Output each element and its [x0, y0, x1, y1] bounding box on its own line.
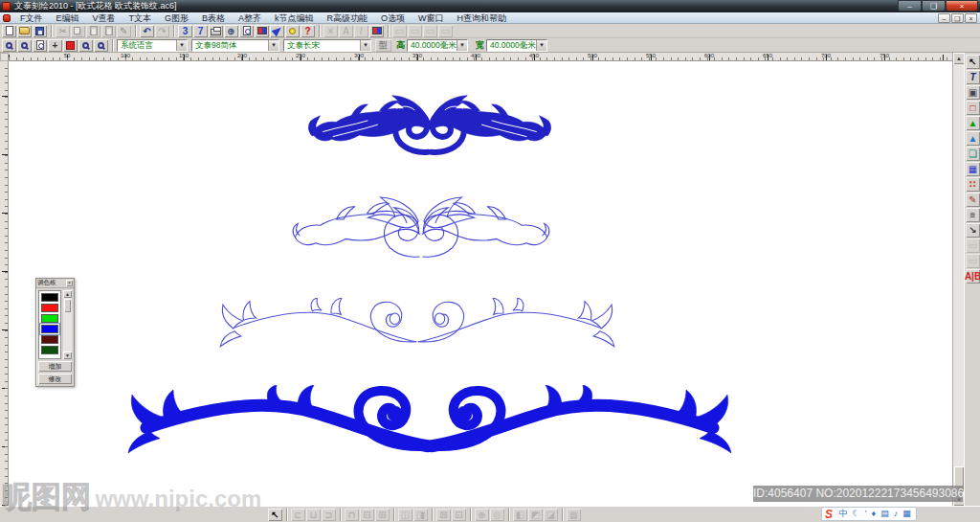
- language-combo[interactable]: 系统语言 ▼: [117, 39, 188, 52]
- mdi-minimize-button[interactable]: –: [938, 13, 950, 23]
- palette-color-4[interactable]: [41, 335, 58, 344]
- palette-color-1[interactable]: [41, 304, 58, 312]
- separator: [319, 25, 321, 37]
- text-icon: T: [969, 70, 975, 84]
- text-button[interactable]: T: [966, 70, 980, 84]
- output-button[interactable]: ⊕: [224, 25, 238, 37]
- shapes-button[interactable]: ▲: [966, 131, 980, 146]
- pan-button[interactable]: +: [48, 39, 62, 52]
- sogou-logo-icon[interactable]: S: [825, 508, 833, 521]
- chevron-down-icon[interactable]: ▼: [268, 40, 278, 51]
- help-button[interactable]: ?: [301, 25, 315, 37]
- ruler-label: 350: [412, 53, 422, 58]
- mirror-v-button: ⊡: [452, 509, 466, 521]
- minimize-button[interactable]: –: [898, 0, 922, 11]
- font-combo[interactable]: 文泰98简体 ▼: [191, 39, 279, 52]
- rectangle-button[interactable]: □: [966, 101, 980, 115]
- palette-scrollbar[interactable]: ▲ ▼: [63, 290, 72, 359]
- palette-color-5[interactable]: [41, 346, 58, 354]
- zoom-selected-button[interactable]: [78, 39, 93, 52]
- width-combo[interactable]: 40.0000毫米 ▼: [486, 39, 547, 52]
- menu-item-10[interactable]: W窗口: [412, 13, 451, 23]
- feather-button[interactable]: ✎: [966, 193, 980, 207]
- select-mode-button[interactable]: ↖: [268, 509, 282, 521]
- chevron-down-icon[interactable]: ▼: [176, 40, 187, 51]
- pen-button[interactable]: [270, 25, 284, 37]
- palette-add-button[interactable]: 增加: [38, 361, 72, 372]
- chinese-mode-icon[interactable]: 中: [839, 508, 848, 520]
- ornament-swirl-solid[interactable]: [123, 385, 736, 463]
- zoom-in-button[interactable]: [2, 39, 16, 52]
- ornament-baroque-outline[interactable]: [286, 191, 556, 271]
- save-button[interactable]: [33, 25, 47, 37]
- drawing-canvas[interactable]: [9, 61, 952, 506]
- height-combo[interactable]: 40.0000毫米 ▼: [407, 39, 468, 52]
- menu-item-7[interactable]: k节点编辑: [268, 13, 321, 23]
- mdi-close-button[interactable]: ×: [965, 13, 977, 23]
- new-button[interactable]: [2, 25, 16, 37]
- skin-icon[interactable]: ♪: [894, 508, 899, 520]
- open-button[interactable]: [17, 25, 32, 37]
- polygon-button[interactable]: ▲: [966, 116, 980, 130]
- node-fill-button[interactable]: [369, 25, 384, 37]
- palette-close-icon[interactable]: ×: [66, 280, 73, 286]
- chevron-down-icon[interactable]: ▼: [360, 40, 370, 51]
- pick-arrow-button[interactable]: ↘: [966, 223, 980, 238]
- palette-scroll-down-icon[interactable]: ▼: [63, 352, 72, 359]
- color-image-button[interactable]: [255, 25, 269, 37]
- menu-item-1[interactable]: E编辑: [50, 13, 86, 23]
- menu-item-4[interactable]: G图形: [158, 13, 195, 23]
- menu-item-3[interactable]: T文本: [122, 13, 159, 23]
- fullwidth-mode-icon[interactable]: ☾: [853, 508, 860, 520]
- tips-button[interactable]: [285, 25, 300, 37]
- menu-item-5[interactable]: B表格: [195, 13, 232, 23]
- palette-color-2[interactable]: [41, 314, 58, 323]
- mdi-restore-button[interactable]: ❑: [951, 13, 964, 23]
- print-button[interactable]: [209, 25, 223, 37]
- select-button[interactable]: ↖: [966, 55, 980, 69]
- table-button[interactable]: ▦: [966, 162, 980, 176]
- punctuation-mode-icon[interactable]: ’: [865, 508, 867, 520]
- chevron-down-icon[interactable]: ▼: [457, 40, 467, 51]
- kerning-ab-button[interactable]: A|B: [966, 269, 980, 284]
- vector-tool-button[interactable]: 3: [178, 25, 192, 37]
- fill-red-button[interactable]: [63, 39, 78, 52]
- zoom-page-button[interactable]: [33, 39, 47, 52]
- align-bottom-button: ⊞: [375, 509, 390, 521]
- menu-item-0[interactable]: F文件: [13, 13, 50, 23]
- print-preview-button[interactable]: [239, 25, 254, 37]
- palette-title-bar[interactable]: 调色板 ×: [36, 279, 74, 288]
- ruler-label: 700: [821, 53, 831, 58]
- align-middle-icon: ⊟: [363, 509, 370, 521]
- palette-edit-button[interactable]: 修改: [38, 374, 72, 384]
- font-style-combo[interactable]: 文泰长宋 ▼: [283, 39, 371, 52]
- vertical-scrollbar[interactable]: ▲ ▼: [952, 53, 964, 506]
- chevron-down-icon[interactable]: ▼: [536, 40, 546, 51]
- menu-item-8[interactable]: R高级功能: [321, 13, 375, 23]
- ornament-swirl-outline[interactable]: [217, 298, 617, 353]
- close-button[interactable]: ×: [946, 0, 978, 11]
- menu-item-2[interactable]: V查看: [86, 13, 122, 23]
- zoom-all-button[interactable]: [94, 39, 108, 52]
- fill-tool-button[interactable]: ❏: [966, 147, 980, 161]
- menu-item-9[interactable]: O选项: [374, 13, 412, 23]
- palette-color-3[interactable]: [41, 325, 58, 333]
- menu-item-6[interactable]: A整齐: [232, 13, 268, 23]
- undo-button[interactable]: ↶: [140, 25, 154, 37]
- palette-scroll-thumb[interactable]: [64, 299, 71, 312]
- soft-keyboard-icon[interactable]: ▤: [880, 508, 889, 520]
- palette-color-0[interactable]: [41, 293, 58, 302]
- voice-input-icon[interactable]: ♦: [872, 508, 877, 520]
- maximize-button[interactable]: ❑: [922, 0, 946, 11]
- menu-item-11[interactable]: H查询和帮助: [451, 13, 514, 23]
- paragraph-button[interactable]: ≡: [966, 208, 980, 222]
- zoom-out-button[interactable]: [17, 39, 32, 52]
- ime-toolbar[interactable]: S 中☾’♦▤♪▦: [821, 507, 917, 521]
- node-edit-button[interactable]: ▣: [966, 85, 980, 100]
- shape-tool-button[interactable]: 7: [193, 25, 208, 37]
- ornament-baroque-solid[interactable]: [304, 89, 555, 166]
- color-dots-button[interactable]: ∷: [966, 177, 980, 192]
- toolbox-icon[interactable]: ▦: [902, 508, 911, 520]
- distribute-both-button: ◪: [544, 509, 558, 521]
- palette-scroll-up-icon[interactable]: ▲: [63, 290, 72, 298]
